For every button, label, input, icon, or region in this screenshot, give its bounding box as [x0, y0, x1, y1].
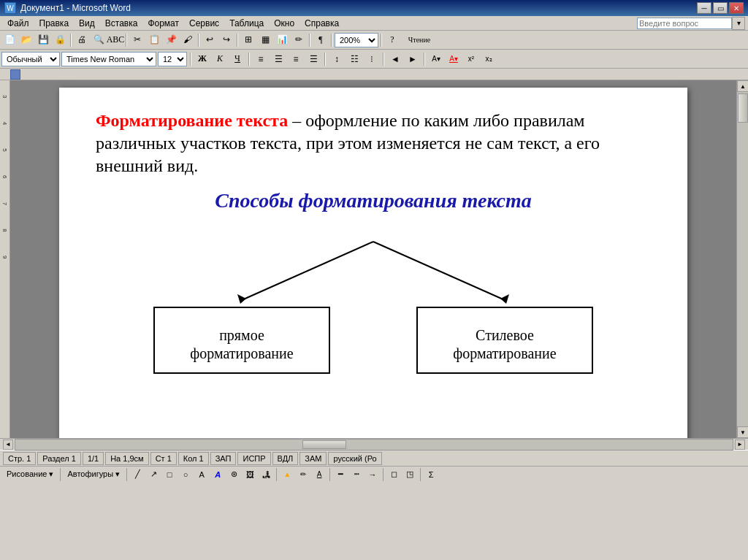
italic-button[interactable]: К: [212, 52, 228, 66]
font-color-tool[interactable]: A: [312, 467, 327, 482]
align-left-button[interactable]: ≡: [253, 52, 269, 66]
vertical-scrollbar[interactable]: ▲ ▼: [736, 80, 748, 438]
line-color-tool[interactable]: ✏: [296, 467, 310, 482]
spell-check-button[interactable]: ABC: [107, 32, 123, 48]
wordart-tool[interactable]: A: [210, 467, 225, 482]
window-title: Документ1 - Microsoft Word: [20, 3, 131, 13]
scroll-thumb[interactable]: [738, 93, 748, 123]
scroll-up-button[interactable]: ▲: [737, 80, 748, 92]
open-button[interactable]: 📂: [18, 32, 34, 48]
h-scroll-thumb[interactable]: [302, 440, 346, 449]
window-controls[interactable]: ─ ▭ ✕: [697, 2, 744, 14]
redo-button[interactable]: ↪: [218, 32, 234, 48]
menu-window[interactable]: Окно: [270, 17, 299, 30]
scroll-right-button[interactable]: ►: [735, 440, 745, 450]
arrow-style-tool[interactable]: →: [365, 467, 380, 482]
superscript-button[interactable]: x²: [463, 52, 479, 66]
draw-sep6: [420, 468, 421, 481]
diagram-tool[interactable]: ⊛: [226, 467, 241, 482]
line-style-tool[interactable]: ━: [333, 467, 348, 482]
insert-columns-button[interactable]: ▦: [257, 32, 273, 48]
arrow-tool[interactable]: ↗: [146, 467, 161, 482]
fmt-sep3: [323, 51, 327, 67]
sep4: [235, 32, 240, 48]
clipart-tool[interactable]: 🖼: [243, 467, 257, 482]
fill-color-tool[interactable]: ▲: [280, 467, 294, 482]
insert-table-button[interactable]: ⊞: [240, 32, 256, 48]
decrease-indent-button[interactable]: ◄: [387, 52, 403, 66]
close-button[interactable]: ✕: [729, 2, 744, 14]
help-input[interactable]: [637, 18, 732, 29]
line-spacing-button[interactable]: ↕: [329, 52, 345, 66]
menu-file[interactable]: Файл: [3, 17, 34, 30]
insert-chart-button[interactable]: 📊: [274, 32, 290, 48]
status-section: Раздел 1: [37, 452, 81, 465]
numbering-button[interactable]: ☷: [346, 52, 362, 66]
format-painter-button[interactable]: 🖌: [180, 32, 196, 48]
help-button[interactable]: ?: [384, 32, 400, 48]
image-tool[interactable]: 🏞: [259, 467, 273, 482]
sep6: [329, 32, 334, 48]
rect-tool[interactable]: □: [162, 467, 177, 482]
scroll-track[interactable]: [737, 92, 748, 426]
print-preview-button[interactable]: 🔍: [91, 32, 107, 48]
status-vdl: ВДЛ: [272, 452, 299, 465]
sigma-tool[interactable]: Σ: [424, 467, 438, 482]
minimize-button[interactable]: ─: [697, 2, 711, 14]
scroll-down-button[interactable]: ▼: [737, 426, 748, 438]
status-zam: ЗАМ: [299, 452, 327, 465]
menu-insert[interactable]: Вставка: [101, 17, 142, 30]
highlight-button[interactable]: A▾: [428, 52, 444, 66]
fmt-sep1: [188, 51, 193, 67]
document-page[interactable]: Форматирование текста – оформление по ка…: [59, 88, 687, 438]
font-color-button[interactable]: A▾: [446, 52, 462, 66]
reading-mode-button[interactable]: Чтение: [401, 32, 438, 48]
shadow-tool[interactable]: ◻: [386, 467, 401, 482]
status-lang: русский (Ро: [328, 452, 381, 465]
save-button[interactable]: 💾: [35, 32, 51, 48]
print-button[interactable]: 🖨: [74, 32, 90, 48]
autoshapes-button[interactable]: Автофигуры ▾: [64, 467, 123, 482]
font-select[interactable]: Times New Roman: [61, 52, 156, 66]
sep1: [69, 32, 73, 48]
bold-button[interactable]: Ж: [194, 52, 210, 66]
3d-tool[interactable]: ◳: [402, 467, 417, 482]
align-center-button[interactable]: ☰: [270, 52, 286, 66]
menu-help[interactable]: Справка: [300, 17, 343, 30]
menu-view[interactable]: Вид: [75, 17, 99, 30]
underline-button[interactable]: Ч: [229, 52, 245, 66]
draw-sep3: [276, 468, 277, 481]
menu-table[interactable]: Таблица: [225, 17, 268, 30]
draw-menu-button[interactable]: Рисование ▾: [3, 467, 57, 482]
size-select[interactable]: 12: [158, 52, 187, 66]
bullets-button[interactable]: ⁝: [364, 52, 380, 66]
new-button[interactable]: 📄: [1, 32, 18, 48]
textbox-tool[interactable]: A: [194, 467, 209, 482]
menu-format[interactable]: Формат: [143, 17, 183, 30]
permission-button[interactable]: 🔒: [52, 32, 68, 48]
subscript-button[interactable]: x₂: [481, 52, 497, 66]
style-select[interactable]: Обычный: [1, 52, 60, 66]
tab-stop-icon[interactable]: [10, 69, 20, 80]
increase-indent-button[interactable]: ►: [405, 52, 421, 66]
copy-button[interactable]: 📋: [146, 32, 162, 48]
dash-style-tool[interactable]: ┅: [349, 467, 364, 482]
line-tool[interactable]: ╱: [130, 467, 145, 482]
scroll-left-button[interactable]: ◄: [3, 440, 13, 450]
status-page: Стр. 1: [3, 452, 36, 465]
restore-button[interactable]: ▭: [713, 2, 728, 14]
zoom-select[interactable]: 200%100%: [335, 33, 378, 47]
undo-button[interactable]: ↩: [202, 32, 218, 48]
menu-edit[interactable]: Правка: [35, 17, 74, 30]
svg-line-0: [242, 242, 373, 300]
help-search-button[interactable]: ▾: [732, 17, 745, 30]
align-right-button[interactable]: ≡: [288, 52, 304, 66]
oval-tool[interactable]: ○: [178, 467, 193, 482]
horizontal-scrollbar[interactable]: [15, 439, 733, 450]
paste-button[interactable]: 📌: [163, 32, 179, 48]
drawing-button[interactable]: ✏: [291, 32, 307, 48]
cut-button[interactable]: ✂: [129, 32, 145, 48]
menu-service[interactable]: Сервис: [185, 17, 224, 30]
show-hide-button[interactable]: ¶: [313, 32, 329, 48]
justify-button[interactable]: ☰: [305, 52, 321, 66]
